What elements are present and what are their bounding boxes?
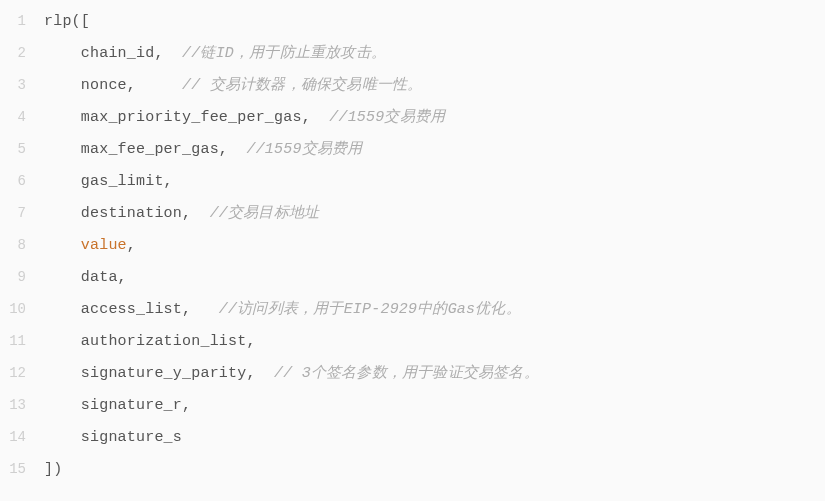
line-number: 14: [0, 426, 44, 448]
code-text: signature_r,: [44, 397, 191, 414]
code-line: 13 signature_r,: [0, 392, 825, 424]
line-content: max_fee_per_gas, //1559交易费用: [44, 138, 362, 162]
code-comment: //1559交易费用: [246, 141, 362, 158]
code-comment: //1559交易费用: [329, 109, 445, 126]
line-content: value,: [44, 234, 136, 258]
code-text: signature_s: [44, 429, 182, 446]
code-comment: // 交易计数器，确保交易唯一性。: [182, 77, 422, 94]
code-block: 1rlp([2 chain_id, //链ID，用于防止重放攻击。3 nonce…: [0, 8, 825, 488]
line-number: 6: [0, 170, 44, 192]
line-number: 15: [0, 458, 44, 480]
code-text: authorization_list,: [44, 333, 256, 350]
code-line: 6 gas_limit,: [0, 168, 825, 200]
code-line: 7 destination, //交易目标地址: [0, 200, 825, 232]
line-content: chain_id, //链ID，用于防止重放攻击。: [44, 42, 386, 66]
code-text: chain_id,: [44, 45, 182, 62]
line-content: max_priority_fee_per_gas, //1559交易费用: [44, 106, 445, 130]
code-text: max_fee_per_gas,: [44, 141, 246, 158]
code-text: gas_limit,: [44, 173, 173, 190]
code-text: max_priority_fee_per_gas,: [44, 109, 329, 126]
code-text: ]): [44, 461, 62, 478]
code-text: rlp([: [44, 13, 90, 30]
line-number: 13: [0, 394, 44, 416]
code-text: access_list,: [44, 301, 219, 318]
code-text: ,: [127, 237, 136, 254]
line-number: 2: [0, 42, 44, 64]
code-comment: //链ID，用于防止重放攻击。: [182, 45, 386, 62]
code-line: 11 authorization_list,: [0, 328, 825, 360]
code-keyword: value: [81, 237, 127, 254]
code-line: 1rlp([: [0, 8, 825, 40]
code-text: data,: [44, 269, 127, 286]
line-number: 1: [0, 10, 44, 32]
code-line: 5 max_fee_per_gas, //1559交易费用: [0, 136, 825, 168]
line-number: 11: [0, 330, 44, 352]
code-comment: //交易目标地址: [210, 205, 320, 222]
code-text: nonce,: [44, 77, 182, 94]
code-line: 14 signature_s: [0, 424, 825, 456]
code-comment: // 3个签名参数，用于验证交易签名。: [274, 365, 539, 382]
line-content: authorization_list,: [44, 330, 256, 354]
line-number: 12: [0, 362, 44, 384]
code-line: 10 access_list, //访问列表，用于EIP-2929中的Gas优化…: [0, 296, 825, 328]
line-number: 10: [0, 298, 44, 320]
line-number: 9: [0, 266, 44, 288]
code-line: 15]): [0, 456, 825, 488]
line-number: 3: [0, 74, 44, 96]
line-content: ]): [44, 458, 62, 482]
code-line: 8 value,: [0, 232, 825, 264]
code-text: [44, 237, 81, 254]
line-content: rlp([: [44, 10, 90, 34]
code-line: 2 chain_id, //链ID，用于防止重放攻击。: [0, 40, 825, 72]
code-text: signature_y_parity,: [44, 365, 274, 382]
line-content: nonce, // 交易计数器，确保交易唯一性。: [44, 74, 422, 98]
line-number: 5: [0, 138, 44, 160]
line-content: gas_limit,: [44, 170, 173, 194]
code-comment: //访问列表，用于EIP-2929中的Gas优化。: [219, 301, 521, 318]
code-line: 9 data,: [0, 264, 825, 296]
line-number: 8: [0, 234, 44, 256]
line-content: access_list, //访问列表，用于EIP-2929中的Gas优化。: [44, 298, 521, 322]
line-content: data,: [44, 266, 127, 290]
line-content: signature_s: [44, 426, 182, 450]
code-line: 12 signature_y_parity, // 3个签名参数，用于验证交易签…: [0, 360, 825, 392]
line-content: destination, //交易目标地址: [44, 202, 319, 226]
line-content: signature_y_parity, // 3个签名参数，用于验证交易签名。: [44, 362, 539, 386]
line-number: 7: [0, 202, 44, 224]
code-line: 4 max_priority_fee_per_gas, //1559交易费用: [0, 104, 825, 136]
code-text: destination,: [44, 205, 210, 222]
line-content: signature_r,: [44, 394, 191, 418]
code-line: 3 nonce, // 交易计数器，确保交易唯一性。: [0, 72, 825, 104]
line-number: 4: [0, 106, 44, 128]
